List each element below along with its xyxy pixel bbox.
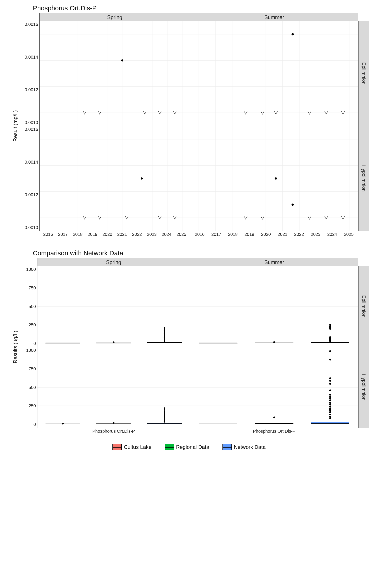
- svg-point-60: [141, 177, 143, 180]
- svg-point-19: [121, 59, 123, 61]
- svg-point-137: [329, 324, 331, 326]
- svg-point-133: [329, 336, 331, 338]
- svg-point-176: [273, 416, 275, 418]
- legend-item: Cultus Lake: [112, 444, 152, 450]
- chart2-xlabel-left: Phosphorus Ort.Dis-P: [37, 428, 190, 435]
- legend-swatch: [165, 444, 174, 450]
- svg-point-194: [329, 389, 331, 391]
- legend-swatch: [222, 444, 232, 450]
- svg-point-181: [329, 416, 331, 418]
- legend-item: Regional Data: [165, 444, 209, 450]
- row-strip-hypo2: Hypolimnion: [358, 347, 369, 428]
- svg-point-188: [329, 404, 331, 406]
- chart2-xlabel-right: Phosphorus Ort.Dis-P: [190, 428, 358, 435]
- svg-point-81: [292, 203, 294, 206]
- row-strip-hypo: Hypolimnion: [358, 126, 369, 231]
- svg-point-162: [164, 411, 165, 413]
- panel-spring-hypo: [39, 126, 190, 231]
- svg-point-198: [329, 359, 331, 361]
- legend: Cultus LakeRegional DataNetwork Data: [9, 444, 369, 450]
- svg-point-109: [164, 330, 165, 331]
- svg-point-193: [329, 394, 331, 396]
- svg-point-80: [275, 177, 277, 180]
- legend-swatch: [112, 444, 122, 450]
- svg-point-192: [329, 396, 331, 398]
- col-strip-summer: Summer: [190, 13, 358, 21]
- chart1-title: Phosphorus Ort.Dis-P: [33, 4, 369, 12]
- timeseries-chart: Phosphorus Ort.Dis-P Spring Summer Resul…: [9, 4, 369, 239]
- chart2-title: Comparison with Network Data: [33, 249, 369, 257]
- chart2-ylabel: Results (ug/L): [9, 266, 22, 428]
- svg-point-186: [329, 407, 331, 409]
- row-strip-epi2: Epilimnion: [358, 266, 369, 347]
- panel2-spring-epi: [37, 266, 190, 347]
- svg-point-93: [113, 341, 115, 343]
- svg-point-123: [273, 341, 275, 343]
- svg-point-146: [62, 423, 64, 425]
- legend-label: Cultus Lake: [124, 444, 152, 450]
- svg-point-191: [329, 398, 331, 400]
- svg-point-150: [113, 422, 115, 424]
- svg-point-161: [164, 413, 165, 414]
- svg-point-40: [292, 33, 294, 35]
- panel-summer-epi: [190, 21, 358, 126]
- svg-point-187: [329, 406, 331, 407]
- svg-point-199: [329, 350, 331, 352]
- chart1-ylabel: Result (mg/L): [9, 21, 22, 231]
- svg-point-197: [329, 377, 331, 379]
- svg-point-182: [329, 414, 331, 415]
- svg-point-195: [329, 383, 331, 385]
- legend-label: Network Data: [234, 444, 266, 450]
- legend-label: Regional Data: [176, 444, 209, 450]
- svg-point-190: [329, 400, 331, 401]
- col-strip-spring2: Spring: [37, 258, 190, 266]
- panel-summer-hypo: [190, 126, 358, 231]
- panel2-summer-hypo: [190, 347, 358, 428]
- legend-item: Network Data: [222, 444, 266, 450]
- svg-point-196: [329, 380, 331, 382]
- panel2-spring-hypo: [37, 347, 190, 428]
- svg-point-189: [329, 402, 331, 404]
- svg-point-136: [329, 326, 331, 327]
- panel-spring-epi: [39, 21, 190, 126]
- svg-point-164: [164, 407, 165, 409]
- col-strip-summer2: Summer: [190, 258, 358, 266]
- row-strip-epi: Epilimnion: [358, 21, 369, 126]
- svg-point-111: [164, 327, 165, 329]
- panel2-summer-epi: [190, 266, 358, 347]
- boxplot-chart: Comparison with Network Data Spring Summ…: [9, 249, 369, 435]
- col-strip-spring: Spring: [39, 13, 190, 21]
